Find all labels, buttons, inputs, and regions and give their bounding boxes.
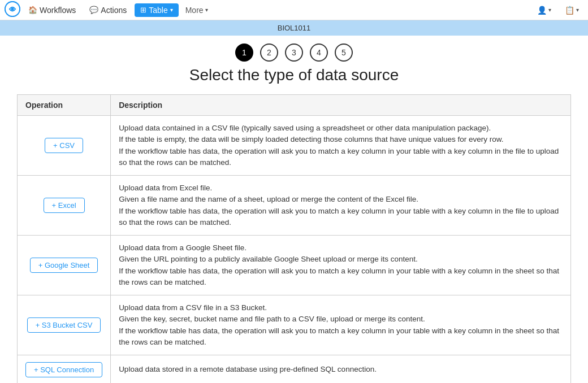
- table-row: + CSVUpload data contained in a CSV file…: [18, 116, 571, 176]
- nav-more-label: More: [185, 6, 204, 15]
- table-row: + Google SheetUpload data from a Google …: [18, 236, 571, 295]
- data-source-table: Operation Description + CSVUpload data c…: [17, 94, 571, 383]
- course-banner: BIOL1011: [0, 20, 588, 36]
- operation-cell: + Google Sheet: [18, 236, 111, 295]
- step-2: 2: [260, 43, 278, 62]
- operation-button-2[interactable]: + Google Sheet: [30, 258, 98, 273]
- doc-icon: 📋: [565, 6, 574, 15]
- operation-cell: + Excel: [18, 176, 111, 236]
- table-row: + ExcelUpload data from Excel file.Given…: [18, 176, 571, 236]
- nav-more[interactable]: More ▾: [181, 3, 213, 17]
- description-cell: Upload data from a Google Sheet file.Giv…: [111, 236, 571, 295]
- page-title: Select the type of data source: [0, 66, 588, 84]
- table-row: + SQL ConnectionUpload data stored in a …: [18, 355, 571, 384]
- description-cell: Upload data from Excel file.Given a file…: [111, 176, 571, 236]
- col-operation: Operation: [18, 95, 111, 116]
- table-header-row: Operation Description: [18, 95, 571, 116]
- table-caret: ▾: [170, 7, 173, 13]
- nav-actions-label: Actions: [101, 6, 127, 15]
- description-cell: Upload data stored in a remote database …: [111, 355, 571, 384]
- step-3: 3: [285, 43, 303, 62]
- nav-table[interactable]: ⊞ Table ▾: [135, 3, 178, 17]
- logo[interactable]: [5, 1, 20, 19]
- user-menu[interactable]: 👤 ▾: [533, 3, 556, 17]
- step-4: 4: [310, 43, 328, 62]
- nav-actions[interactable]: 💬 Actions: [84, 3, 132, 17]
- svg-point-1: [11, 7, 14, 10]
- nav-workflows-label: Workflows: [40, 6, 76, 15]
- step-indicators: 1 2 3 4 5: [0, 43, 588, 62]
- user-icon: 👤: [537, 6, 547, 15]
- operation-cell: + SQL Connection: [18, 355, 111, 384]
- operation-button-0[interactable]: + CSV: [45, 138, 83, 153]
- description-cell: Upload data from a CSV file in a S3 Buck…: [111, 295, 571, 355]
- course-label: BIOL1011: [278, 24, 311, 32]
- more-caret: ▾: [205, 7, 208, 13]
- nav-workflows[interactable]: 🏠 Workflows: [23, 3, 81, 17]
- step-5: 5: [335, 43, 353, 62]
- home-icon: 🏠: [28, 6, 37, 14]
- col-description: Description: [111, 95, 571, 116]
- operation-button-4[interactable]: + SQL Connection: [25, 362, 102, 377]
- doc-caret: ▾: [576, 7, 579, 13]
- step-1: 1: [235, 43, 253, 62]
- chat-icon: 💬: [89, 6, 98, 14]
- user-caret: ▾: [548, 7, 551, 13]
- table-row: + S3 Bucket CSVUpload data from a CSV fi…: [18, 295, 571, 355]
- operation-button-1[interactable]: + Excel: [44, 198, 85, 213]
- operation-button-3[interactable]: + S3 Bucket CSV: [27, 317, 101, 333]
- operation-cell: + CSV: [18, 116, 111, 176]
- table-icon: ⊞: [140, 6, 146, 14]
- description-cell: Upload data contained in a CSV file (typ…: [111, 116, 571, 176]
- nav-table-label: Table: [149, 6, 167, 15]
- doc-menu[interactable]: 📋 ▾: [560, 3, 583, 17]
- operation-cell: + S3 Bucket CSV: [18, 295, 111, 355]
- nav-right: 👤 ▾ 📋 ▾: [533, 3, 583, 17]
- navbar: 🏠 Workflows 💬 Actions ⊞ Table ▾ More ▾ 👤…: [0, 0, 588, 20]
